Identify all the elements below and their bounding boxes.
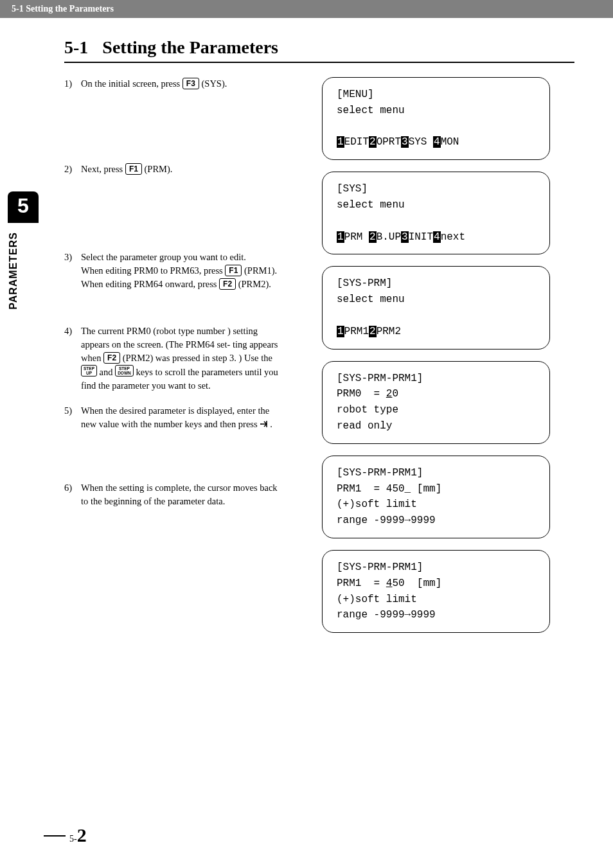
lcd-screen-prm0: [SYS-PRM-PRM1] PRM0 = 20 robot type read…: [322, 361, 550, 444]
step-2: 2) Next, press F1 (PRM).: [64, 163, 283, 176]
f2-key: F2: [219, 278, 236, 290]
step-up-key: STEPUP: [81, 365, 97, 376]
step-5: 5) When the desired parameter is display…: [64, 404, 283, 432]
step-6: 6) When the setting is complete, the cur…: [64, 481, 283, 508]
steps-column: 1) On the initial screen, press F3 (SYS)…: [64, 77, 283, 520]
running-header: 5-1 Setting the Parameters: [0, 0, 613, 18]
f1-key: F1: [225, 265, 242, 276]
step-3: 3) Select the parameter group you want t…: [64, 251, 283, 291]
f2-key: F2: [103, 352, 120, 364]
step-1: 1) On the initial screen, press F3 (SYS)…: [64, 77, 283, 91]
enter-arrow-icon: [260, 419, 270, 432]
section-number: 5-1: [64, 37, 88, 57]
f1-key: F1: [125, 163, 142, 175]
softkey-row: 1EDIT2OPRT3SYS 4MON: [337, 134, 535, 150]
softkey-row: 1PRM12PRM2: [337, 324, 535, 340]
lcd-screen-prm1-done: [SYS-PRM-PRM1] PRM1 = 450 [mm] (+)soft l…: [322, 550, 550, 633]
lcd-screen-menu: [MENU] select menu 1EDIT2OPRT3SYS 4MON: [322, 77, 550, 160]
section-title: 5-1Setting the Parameters: [64, 37, 574, 63]
page-number: 5-2: [44, 824, 87, 846]
step-down-key: STEPDOWN: [115, 365, 134, 376]
screens-column: [MENU] select menu 1EDIT2OPRT3SYS 4MON […: [322, 77, 550, 644]
section-name: Setting the Parameters: [102, 37, 278, 57]
softkey-row: 1PRM 2B.UP3INIT4next: [337, 229, 535, 245]
lcd-screen-sys: [SYS] select menu 1PRM 2B.UP3INIT4next: [322, 172, 550, 254]
lcd-screen-sys-prm: [SYS-PRM] select menu 1PRM12PRM2: [322, 266, 550, 349]
f3-key: F3: [182, 78, 199, 89]
lcd-screen-prm1-edit: [SYS-PRM-PRM1] PRM1 = 450_ [mm] (+)soft …: [322, 456, 550, 538]
step-4: 4) The current PRM0 (robot type number )…: [64, 324, 283, 393]
